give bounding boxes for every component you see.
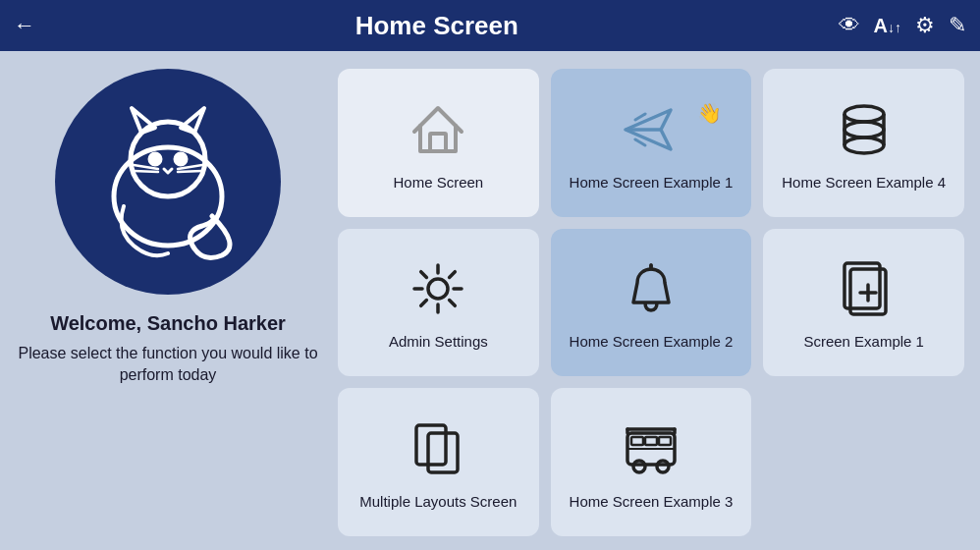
grid-item-home-screen-example-4[interactable]: Home Screen Example 4	[763, 69, 964, 217]
main-content: Welcome, Sancho Harker Please select the…	[0, 51, 980, 550]
welcome-name: Welcome, Sancho Harker	[16, 312, 320, 335]
home-icon	[403, 94, 473, 165]
cat-logo	[55, 69, 281, 295]
header-title: Home Screen	[35, 11, 839, 41]
header-icons: 👁 A↓↑ ⚙ ✎	[839, 13, 966, 38]
bus-icon	[616, 413, 686, 484]
svg-rect-20	[416, 425, 446, 465]
svg-point-11	[844, 106, 884, 122]
grid-label-home-screen-example-3: Home Screen Example 3	[570, 492, 734, 512]
svg-rect-10	[430, 134, 446, 151]
grid-item-multiple-layouts-screen[interactable]: Multiple Layouts Screen	[338, 388, 539, 536]
left-panel: Welcome, Sancho Harker Please select the…	[16, 69, 320, 536]
settings-icon[interactable]: ⚙	[915, 13, 935, 38]
grid-label-home-screen: Home Screen	[393, 173, 483, 192]
svg-point-5	[176, 154, 186, 164]
grid-item-home-screen-example-1[interactable]: Home Screen Example 1 👋	[551, 69, 752, 217]
bell-icon	[616, 253, 686, 324]
svg-rect-25	[659, 437, 671, 445]
svg-line-9	[178, 171, 202, 172]
plane-icon	[616, 94, 686, 165]
grid-item-screen-example-1[interactable]: Screen Example 1	[763, 229, 964, 377]
grid-label-home-screen-example-4: Home Screen Example 4	[782, 173, 946, 192]
grid-label-home-screen-example-1: Home Screen Example 1	[570, 173, 734, 192]
eye-icon[interactable]: 👁	[839, 13, 860, 38]
svg-rect-24	[645, 437, 657, 445]
welcome-section: Welcome, Sancho Harker Please select the…	[16, 312, 320, 387]
svg-point-12	[844, 122, 884, 138]
header: ← Home Screen 👁 A↓↑ ⚙ ✎	[0, 0, 980, 51]
svg-point-27	[657, 461, 669, 472]
database-icon	[829, 94, 899, 165]
plus-doc-icon	[829, 253, 899, 324]
grid-item-admin-settings[interactable]: Admin Settings	[338, 229, 539, 377]
grid-item-home-screen-example-2[interactable]: Home Screen Example 2	[551, 229, 752, 377]
back-button[interactable]: ←	[14, 13, 35, 38]
svg-rect-21	[428, 433, 458, 472]
grid-label-screen-example-1: Screen Example 1	[803, 332, 924, 352]
layers-icon	[403, 413, 473, 484]
svg-line-7	[134, 171, 158, 172]
svg-point-26	[633, 461, 645, 472]
svg-point-4	[150, 154, 160, 164]
gear-icon	[403, 253, 473, 324]
grid-item-home-screen[interactable]: Home Screen	[338, 69, 539, 217]
svg-point-13	[844, 138, 884, 153]
welcome-instruction: Please select the function you would lik…	[16, 343, 320, 387]
grid-label-home-screen-example-2: Home Screen Example 2	[570, 332, 734, 352]
menu-grid: Home Screen Home Screen Example 1 👋	[338, 69, 964, 536]
svg-rect-23	[631, 437, 643, 445]
app-container: ← Home Screen 👁 A↓↑ ⚙ ✎	[0, 0, 980, 550]
grid-item-home-screen-example-3[interactable]: Home Screen Example 3	[551, 388, 752, 536]
grid-label-multiple-layouts-screen: Multiple Layouts Screen	[359, 492, 517, 512]
font-size-icon[interactable]: A↓↑	[874, 15, 901, 37]
edit-icon[interactable]: ✎	[949, 13, 966, 38]
grid-label-admin-settings: Admin Settings	[389, 332, 488, 352]
svg-point-14	[428, 279, 448, 299]
